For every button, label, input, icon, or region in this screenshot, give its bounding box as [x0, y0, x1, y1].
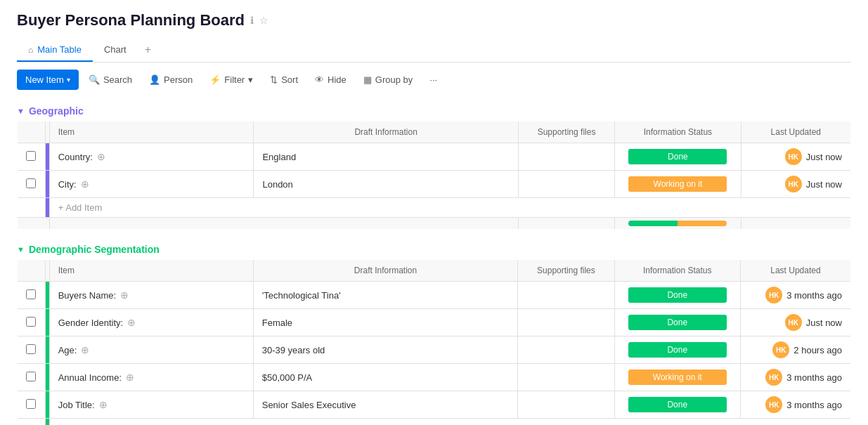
demo-row1-add-icon[interactable]: ⊕ — [120, 289, 129, 301]
demo-row4-item: Annual Income: ⊕ — [49, 364, 253, 391]
tab-chart[interactable]: Chart — [93, 39, 138, 62]
demo-row1-item: Buyers Name: ⊕ — [49, 282, 253, 309]
demo-row3-item: Age: ⊕ — [49, 336, 253, 364]
toolbar: New Item ▾ 🔍 Search 👤 Person ⚡ Filter ▾ … — [0, 63, 868, 97]
content-area: ▼ Geographic Item Draft Information Supp… — [0, 97, 868, 425]
demo-row3-checkbox[interactable] — [18, 336, 46, 364]
new-item-chevron: ▾ — [67, 76, 70, 84]
demo-row5-item-text: Job Title: — [58, 400, 95, 410]
sort-label: Sort — [281, 74, 298, 85]
group-by-icon: ▦ — [363, 74, 372, 85]
demo-row4-checkbox[interactable] — [18, 364, 46, 391]
table-row: Annual Income: ⊕ $50,000 P/A Working on … — [18, 364, 851, 391]
geo-progress-empty — [18, 218, 50, 230]
star-icon[interactable]: ☆ — [259, 15, 268, 26]
person-button[interactable]: 👤 Person — [142, 70, 200, 89]
geo-header-checkbox — [18, 122, 46, 143]
demo-row3-last-updated: HK 2 hours ago — [740, 336, 850, 364]
geo-row1-time: Just now — [806, 152, 842, 162]
demo-row2-add-icon[interactable]: ⊕ — [127, 317, 136, 328]
demo-row5-last-updated: HK 3 months ago — [740, 391, 850, 419]
demo-row4-status-badge: Working on it — [628, 370, 727, 385]
demo-row4-add-icon[interactable]: ⊕ — [126, 372, 134, 383]
geo-row1-status: Done — [615, 143, 741, 171]
hide-icon: 👁 — [315, 74, 324, 85]
geo-row1-add-icon[interactable]: ⊕ — [97, 151, 105, 162]
geo-row1-status-badge: Done — [628, 149, 727, 164]
demo-header-last-updated: Last Updated — [740, 260, 850, 282]
geo-row2-checkbox[interactable] — [18, 171, 46, 198]
demo-row1-last-updated: HK 3 months ago — [740, 282, 850, 309]
group-by-label: Group by — [375, 74, 413, 85]
geo-row1-item-text: Country: — [58, 152, 93, 162]
tab-add-button[interactable]: + — [138, 38, 158, 62]
person-icon: 👤 — [149, 74, 160, 85]
demo-header-supporting: Supporting files — [518, 260, 614, 282]
filter-icon: ⚡ — [209, 74, 221, 85]
geo-progress-row — [18, 218, 851, 230]
geo-row2-status-badge: Working on it — [628, 176, 727, 192]
hide-button[interactable]: 👁 Hide — [308, 70, 354, 89]
geo-row2-add-icon[interactable]: ⊕ — [81, 178, 89, 190]
more-button[interactable]: ··· — [422, 70, 444, 89]
geo-add-checkbox — [18, 198, 46, 218]
geo-header-item: Item — [49, 122, 254, 143]
demo-row5-item: Job Title: ⊕ — [49, 391, 253, 419]
table-row: Buyers Name: ⊕ 'Technological Tina' Done — [18, 282, 851, 309]
info-icon[interactable]: ℹ — [250, 15, 254, 26]
page-header: Buyer Persona Planning Board ℹ ☆ ⌂ Main … — [0, 0, 868, 63]
sort-icon: ⇅ — [270, 74, 278, 85]
geo-add-item-row[interactable]: + Add Item — [18, 198, 851, 218]
demo-row1-status: Done — [614, 282, 740, 309]
demo-add-item-row[interactable]: + Add Item — [18, 419, 851, 426]
person-label: Person — [164, 74, 193, 85]
demo-row4-time: 3 months ago — [786, 372, 842, 383]
geo-header-draft: Draft Information — [254, 122, 518, 143]
demo-row3-status: Done — [614, 336, 740, 364]
demo-row3-status-badge: Done — [628, 342, 727, 358]
demo-add-item-label[interactable]: + Add Item — [49, 419, 850, 426]
geo-header-status: Information Status — [615, 122, 741, 143]
tab-main-table[interactable]: ⌂ Main Table — [17, 39, 93, 62]
filter-button[interactable]: ⚡ Filter ▾ — [202, 70, 260, 89]
demo-row2-last-updated: HK Just now — [740, 309, 850, 336]
app-container: Buyer Persona Planning Board ℹ ☆ ⌂ Main … — [0, 0, 868, 425]
group-geographic: ▼ Geographic Item Draft Information Supp… — [17, 97, 851, 230]
new-item-label: New Item — [25, 74, 64, 85]
geo-row2-last-updated: HK Just now — [741, 171, 850, 198]
new-item-button[interactable]: New Item ▾ — [17, 70, 79, 90]
geo-add-item-label[interactable]: + Add Item — [49, 198, 850, 218]
search-icon: 🔍 — [89, 74, 100, 85]
geo-row1-draft: England — [254, 143, 518, 171]
geo-row1-checkbox[interactable] — [18, 143, 46, 171]
demo-row2-avatar: HK — [785, 314, 802, 331]
geo-row2-time: Just now — [806, 179, 842, 190]
search-label: Search — [103, 74, 132, 85]
table-row: Gender Identity: ⊕ Female Done — [18, 309, 851, 336]
group-geographic-header[interactable]: ▼ Geographic — [17, 97, 851, 121]
demo-row1-checkbox[interactable] — [18, 282, 46, 309]
table-row: Country: ⊕ England Done — [18, 143, 851, 171]
geo-progress-bar-cell — [615, 218, 741, 230]
sort-button[interactable]: ⇅ Sort — [263, 70, 305, 89]
demo-row1-item-text: Buyers Name: — [58, 290, 116, 301]
demo-row5-checkbox[interactable] — [18, 391, 46, 419]
demo-row5-add-icon[interactable]: ⊕ — [99, 399, 108, 410]
page-title: Buyer Persona Planning Board — [17, 11, 245, 30]
group-demographic-header[interactable]: ▼ Demographic Segmentation — [17, 235, 851, 259]
filter-label: Filter — [224, 74, 245, 85]
demo-row3-draft: 30-39 years old — [253, 336, 518, 364]
demo-row4-last-updated: HK 3 months ago — [740, 364, 850, 391]
home-icon: ⌂ — [28, 45, 33, 55]
search-button[interactable]: 🔍 Search — [82, 70, 139, 89]
demo-row3-item-text: Age: — [58, 345, 77, 355]
demo-row4-status: Working on it — [614, 364, 740, 391]
group-by-button[interactable]: ▦ Group by — [356, 70, 420, 89]
demo-row2-draft: Female — [253, 309, 518, 336]
demo-row5-supporting — [518, 391, 614, 419]
group-demographic: ▼ Demographic Segmentation Item Draft In… — [17, 235, 851, 425]
table-row: Age: ⊕ 30-39 years old Done — [18, 336, 851, 364]
demo-row2-checkbox[interactable] — [18, 309, 46, 336]
demo-row3-add-icon[interactable]: ⊕ — [81, 344, 89, 355]
geo-row1-item: Country: ⊕ — [49, 143, 254, 171]
